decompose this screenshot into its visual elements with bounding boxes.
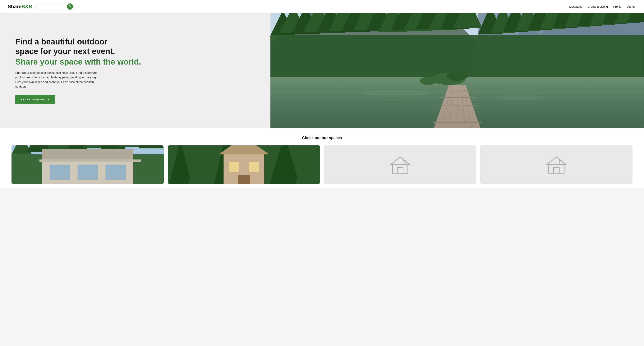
nav-left: ShareB&B xyxy=(8,3,74,10)
search-button[interactable] xyxy=(67,3,73,9)
svg-rect-77 xyxy=(50,165,70,180)
svg-rect-105 xyxy=(392,165,408,173)
hero-content: Find a beautiful outdoor space for your … xyxy=(0,13,270,128)
spaces-section-title: Check out our spaces xyxy=(12,136,632,140)
spaces-section: Check out our spaces xyxy=(0,128,644,188)
svg-rect-110 xyxy=(554,167,559,173)
search-icon xyxy=(68,5,71,8)
nav-create-listing[interactable]: Create a Listing xyxy=(588,5,608,8)
house-placeholder-icon xyxy=(389,155,412,174)
svg-point-46 xyxy=(447,71,468,81)
svg-rect-76 xyxy=(42,149,134,160)
svg-rect-78 xyxy=(78,165,98,180)
svg-point-44 xyxy=(494,95,544,100)
svg-marker-74 xyxy=(138,145,164,148)
hero-section: Find a beautiful outdoor space for your … xyxy=(0,13,644,128)
nav-logout[interactable]: Log out xyxy=(627,5,636,8)
hero-title-black: Find a beautiful outdoor space for your … xyxy=(15,37,259,56)
hero-image-container xyxy=(270,13,644,128)
logo[interactable]: ShareB&B xyxy=(8,4,32,9)
space-card-1[interactable] xyxy=(12,145,164,184)
space-card-3[interactable] xyxy=(324,145,476,184)
hero-title-green: Share your space with the world. xyxy=(15,57,259,67)
svg-rect-98 xyxy=(238,175,250,184)
hero-description: ShareB&B is an outdoor space hosting ser… xyxy=(15,70,100,89)
nav-profile[interactable]: Profile xyxy=(613,5,622,8)
svg-point-43 xyxy=(362,90,428,97)
hero-landscape-image xyxy=(270,13,644,128)
svg-rect-96 xyxy=(229,162,239,172)
logo-text-black: Share xyxy=(8,4,22,9)
logo-text-green: B&B xyxy=(22,4,32,9)
svg-rect-109 xyxy=(549,165,564,173)
navbar: ShareB&B Messages Create a Listing Profi… xyxy=(0,0,644,13)
svg-marker-104 xyxy=(390,157,410,165)
nav-messages[interactable]: Messages xyxy=(569,5,582,8)
house-placeholder-icon-2 xyxy=(545,155,568,174)
svg-rect-83 xyxy=(40,160,141,162)
svg-rect-79 xyxy=(106,165,126,180)
svg-rect-106 xyxy=(397,167,403,173)
svg-line-1 xyxy=(70,7,71,8)
svg-point-47 xyxy=(420,77,436,85)
search-wrapper xyxy=(36,3,74,10)
svg-rect-97 xyxy=(249,162,259,172)
space-card-2-image xyxy=(168,145,320,184)
share-your-space-button[interactable]: SHARE YOUR SPACE xyxy=(15,95,55,104)
svg-marker-108 xyxy=(547,157,566,165)
space-card-4[interactable] xyxy=(480,145,632,184)
spaces-grid xyxy=(12,145,632,184)
space-card-2[interactable] xyxy=(168,145,320,184)
nav-right: Messages Create a Listing Profile Log ou… xyxy=(569,5,636,8)
space-card-1-image xyxy=(12,145,164,184)
